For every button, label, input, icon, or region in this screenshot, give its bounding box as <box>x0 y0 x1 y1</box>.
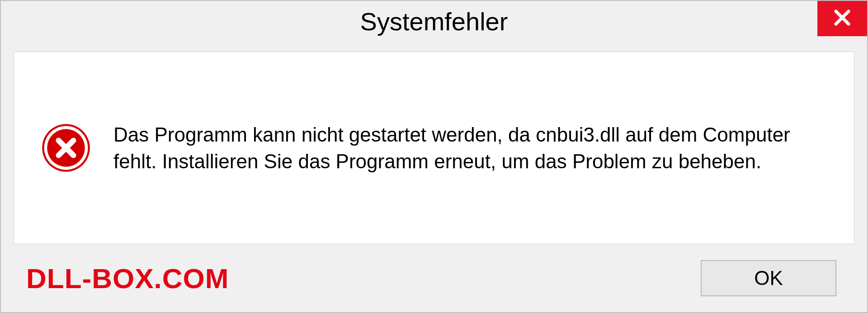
error-dialog: Systemfehler Das Programm kan <box>0 0 868 313</box>
content-area: Das Programm kann nicht gestartet werden… <box>1 43 867 312</box>
titlebar: Systemfehler <box>1 1 867 43</box>
dialog-footer: DLL-BOX.COM OK <box>14 244 854 312</box>
close-button[interactable] <box>817 1 867 36</box>
message-box: Das Programm kann nicht gestartet werden… <box>14 52 854 244</box>
dialog-title: Systemfehler <box>360 7 508 36</box>
watermark-text: DLL-BOX.COM <box>26 262 229 294</box>
close-icon <box>831 7 853 30</box>
error-message: Das Programm kann nicht gestartet werden… <box>113 121 827 175</box>
ok-button[interactable]: OK <box>701 260 836 296</box>
error-icon <box>41 123 91 173</box>
